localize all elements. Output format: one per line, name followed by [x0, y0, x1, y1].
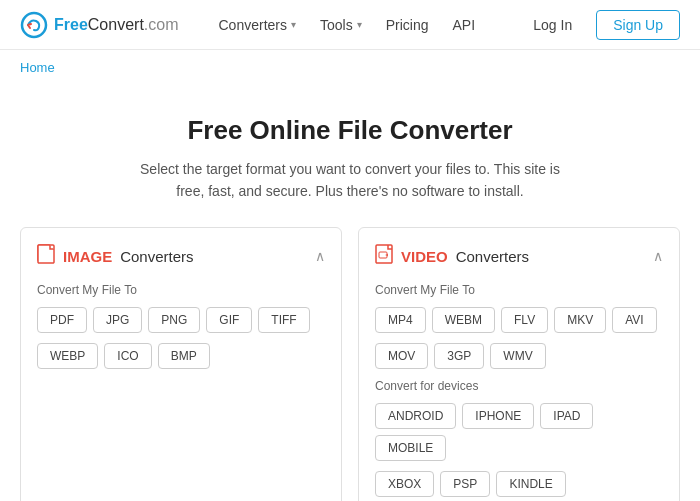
video-device-row-1: ANDROID IPHONE IPAD MOBILE: [375, 403, 663, 461]
svg-rect-3: [376, 245, 392, 263]
converters-chevron: ▾: [291, 19, 296, 30]
video-device-row-2: XBOX PSP KINDLE: [375, 471, 663, 497]
breadcrumb: Home: [0, 50, 700, 85]
format-3gp[interactable]: 3GP: [434, 343, 484, 369]
video-convert-label: Convert My File To: [375, 283, 663, 297]
logo[interactable]: FreeConvert.com: [20, 11, 179, 39]
logo-free: Free: [54, 16, 88, 33]
device-iphone[interactable]: IPHONE: [462, 403, 534, 429]
login-button[interactable]: Log In: [519, 11, 586, 39]
logo-convert: Convert: [88, 16, 144, 33]
format-mov[interactable]: MOV: [375, 343, 428, 369]
hero-section: Free Online File Converter Select the ta…: [0, 85, 700, 227]
format-flv[interactable]: FLV: [501, 307, 548, 333]
format-mkv[interactable]: MKV: [554, 307, 606, 333]
image-format-row-2: WEBP ICO BMP: [37, 343, 325, 369]
header-actions: Log In Sign Up: [519, 10, 680, 40]
site-header: FreeConvert.com Converters ▾ Tools ▾ Pri…: [0, 0, 700, 50]
video-collapse-icon[interactable]: ∧: [653, 248, 663, 264]
device-mobile[interactable]: MOBILE: [375, 435, 446, 461]
nav-pricing[interactable]: Pricing: [376, 11, 439, 39]
breadcrumb-home[interactable]: Home: [20, 60, 55, 75]
format-mp4[interactable]: MP4: [375, 307, 426, 333]
format-jpg[interactable]: JPG: [93, 307, 142, 333]
video-card-header: VIDEO Converters ∧: [375, 244, 663, 269]
hero-description: Select the target format you want to con…: [130, 158, 570, 203]
image-format-row-1: PDF JPG PNG GIF TIFF: [37, 307, 325, 333]
video-type-label: VIDEO: [401, 248, 448, 265]
device-ipad[interactable]: IPAD: [540, 403, 593, 429]
format-webm[interactable]: WEBM: [432, 307, 495, 333]
format-tiff[interactable]: TIFF: [258, 307, 309, 333]
image-card-suffix: Converters: [120, 248, 193, 265]
signup-button[interactable]: Sign Up: [596, 10, 680, 40]
video-converter-card: VIDEO Converters ∧ Convert My File To MP…: [358, 227, 680, 501]
device-kindle[interactable]: KINDLE: [496, 471, 565, 497]
image-type-label: IMAGE: [63, 248, 112, 265]
format-gif[interactable]: GIF: [206, 307, 252, 333]
svg-point-0: [22, 13, 46, 37]
logo-icon: [20, 11, 48, 39]
device-xbox[interactable]: XBOX: [375, 471, 434, 497]
image-converter-card: IMAGE Converters ∧ Convert My File To PD…: [20, 227, 342, 501]
main-nav: Converters ▾ Tools ▾ Pricing API: [209, 11, 520, 39]
format-bmp[interactable]: BMP: [158, 343, 210, 369]
video-file-icon: [375, 244, 393, 269]
nav-tools[interactable]: Tools ▾: [310, 11, 372, 39]
image-convert-label: Convert My File To: [37, 283, 325, 297]
device-android[interactable]: ANDROID: [375, 403, 456, 429]
nav-api[interactable]: API: [442, 11, 485, 39]
video-card-title: VIDEO Converters: [375, 244, 529, 269]
format-pdf[interactable]: PDF: [37, 307, 87, 333]
nav-converters[interactable]: Converters ▾: [209, 11, 306, 39]
format-avi[interactable]: AVI: [612, 307, 656, 333]
video-devices-label: Convert for devices: [375, 379, 663, 393]
device-psp[interactable]: PSP: [440, 471, 490, 497]
tools-chevron: ▾: [357, 19, 362, 30]
image-card-header: IMAGE Converters ∧: [37, 244, 325, 269]
image-card-title: IMAGE Converters: [37, 244, 194, 269]
format-webp[interactable]: WEBP: [37, 343, 98, 369]
video-format-row-1: MP4 WEBM FLV MKV AVI: [375, 307, 663, 333]
logo-dotcom: .com: [144, 16, 179, 33]
format-png[interactable]: PNG: [148, 307, 200, 333]
image-collapse-icon[interactable]: ∧: [315, 248, 325, 264]
image-file-icon: [37, 244, 55, 269]
video-format-row-2: MOV 3GP WMV: [375, 343, 663, 369]
page-title: Free Online File Converter: [20, 115, 680, 146]
format-ico[interactable]: ICO: [104, 343, 151, 369]
video-card-suffix: Converters: [456, 248, 529, 265]
format-wmv[interactable]: WMV: [490, 343, 545, 369]
converters-grid: IMAGE Converters ∧ Convert My File To PD…: [0, 227, 700, 501]
